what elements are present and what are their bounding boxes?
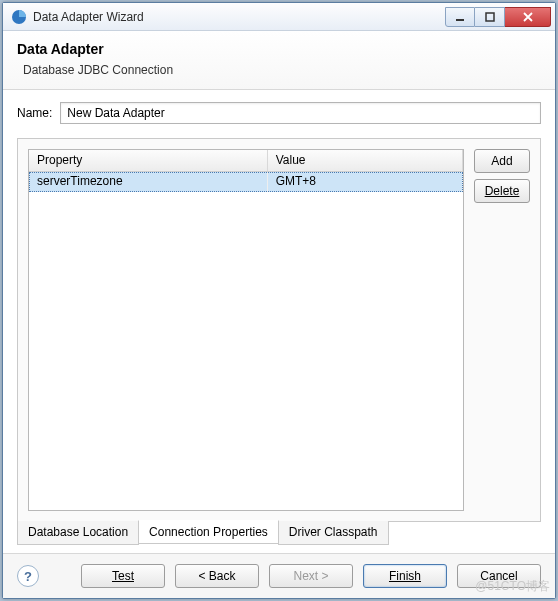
name-label: Name:: [17, 106, 52, 120]
properties-table[interactable]: Property Value serverTimezone GMT+8: [28, 149, 464, 511]
help-button[interactable]: ?: [17, 565, 39, 587]
titlebar: Data Adapter Wizard: [3, 3, 555, 31]
name-input[interactable]: [60, 102, 541, 124]
cell-property[interactable]: serverTimezone: [29, 172, 268, 192]
add-button[interactable]: Add: [474, 149, 530, 173]
close-icon: [522, 12, 534, 22]
window-controls: [445, 7, 551, 27]
col-value[interactable]: Value: [268, 150, 463, 171]
help-icon: ?: [24, 569, 32, 584]
button-bar: ? Test < Back Next > Finish Cancel: [3, 553, 555, 598]
col-property[interactable]: Property: [29, 150, 268, 171]
tab-panel: Property Value serverTimezone GMT+8 Add …: [17, 138, 541, 522]
close-button[interactable]: [505, 7, 551, 27]
maximize-icon: [485, 12, 495, 22]
delete-button[interactable]: Delete: [474, 179, 530, 203]
cancel-button[interactable]: Cancel: [457, 564, 541, 588]
test-button[interactable]: Test: [81, 564, 165, 588]
maximize-button[interactable]: [475, 7, 505, 27]
table-row[interactable]: serverTimezone GMT+8: [29, 172, 463, 192]
tab-connection-properties[interactable]: Connection Properties: [138, 520, 279, 544]
content-area: Name: Property Value serverTimezone GMT+…: [3, 90, 555, 553]
window-title: Data Adapter Wizard: [33, 10, 445, 24]
tab-strip: Database Location Connection Properties …: [17, 521, 541, 545]
minimize-icon: [455, 12, 465, 22]
table-side-buttons: Add Delete: [474, 149, 530, 511]
minimize-button[interactable]: [445, 7, 475, 27]
svg-rect-2: [486, 13, 494, 21]
tab-database-location[interactable]: Database Location: [17, 521, 139, 545]
name-row: Name:: [17, 102, 541, 124]
wizard-banner: Data Adapter Database JDBC Connection: [3, 31, 555, 90]
cell-value[interactable]: GMT+8: [268, 172, 463, 192]
app-icon: [11, 9, 27, 25]
table-body: serverTimezone GMT+8: [29, 172, 463, 510]
svg-rect-1: [456, 19, 464, 21]
banner-subtitle: Database JDBC Connection: [23, 63, 541, 77]
table-header: Property Value: [29, 150, 463, 172]
back-button[interactable]: < Back: [175, 564, 259, 588]
next-button[interactable]: Next >: [269, 564, 353, 588]
dialog-window: Data Adapter Wizard Data Adapter Databas…: [2, 2, 556, 599]
tab-driver-classpath[interactable]: Driver Classpath: [278, 521, 389, 545]
finish-button[interactable]: Finish: [363, 564, 447, 588]
banner-title: Data Adapter: [17, 41, 541, 57]
connection-properties-body: Property Value serverTimezone GMT+8 Add …: [28, 149, 530, 511]
